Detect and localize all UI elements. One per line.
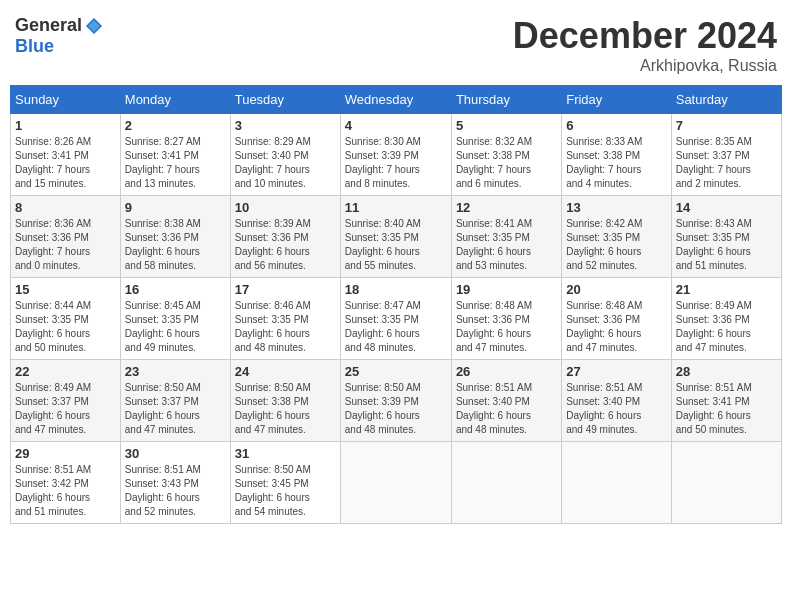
header-monday: Monday — [120, 86, 230, 114]
calendar-cell: 3Sunrise: 8:29 AM Sunset: 3:40 PM Daylig… — [230, 114, 340, 196]
calendar: SundayMondayTuesdayWednesdayThursdayFrid… — [10, 85, 782, 524]
day-number: 26 — [456, 364, 557, 379]
calendar-cell: 22Sunrise: 8:49 AM Sunset: 3:37 PM Dayli… — [11, 360, 121, 442]
day-number: 12 — [456, 200, 557, 215]
calendar-week-row: 8Sunrise: 8:36 AM Sunset: 3:36 PM Daylig… — [11, 196, 782, 278]
day-number: 24 — [235, 364, 336, 379]
day-number: 15 — [15, 282, 116, 297]
day-number: 28 — [676, 364, 777, 379]
calendar-cell: 8Sunrise: 8:36 AM Sunset: 3:36 PM Daylig… — [11, 196, 121, 278]
day-number: 1 — [15, 118, 116, 133]
calendar-cell: 26Sunrise: 8:51 AM Sunset: 3:40 PM Dayli… — [451, 360, 561, 442]
day-number: 2 — [125, 118, 226, 133]
calendar-cell: 4Sunrise: 8:30 AM Sunset: 3:39 PM Daylig… — [340, 114, 451, 196]
calendar-cell: 9Sunrise: 8:38 AM Sunset: 3:36 PM Daylig… — [120, 196, 230, 278]
day-number: 13 — [566, 200, 667, 215]
day-info: Sunrise: 8:38 AM Sunset: 3:36 PM Dayligh… — [125, 217, 226, 273]
day-info: Sunrise: 8:29 AM Sunset: 3:40 PM Dayligh… — [235, 135, 336, 191]
calendar-cell: 11Sunrise: 8:40 AM Sunset: 3:35 PM Dayli… — [340, 196, 451, 278]
day-info: Sunrise: 8:47 AM Sunset: 3:35 PM Dayligh… — [345, 299, 447, 355]
calendar-cell: 13Sunrise: 8:42 AM Sunset: 3:35 PM Dayli… — [562, 196, 672, 278]
day-number: 20 — [566, 282, 667, 297]
day-number: 21 — [676, 282, 777, 297]
calendar-cell: 21Sunrise: 8:49 AM Sunset: 3:36 PM Dayli… — [671, 278, 781, 360]
day-info: Sunrise: 8:50 AM Sunset: 3:45 PM Dayligh… — [235, 463, 336, 519]
calendar-cell: 18Sunrise: 8:47 AM Sunset: 3:35 PM Dayli… — [340, 278, 451, 360]
calendar-cell: 27Sunrise: 8:51 AM Sunset: 3:40 PM Dayli… — [562, 360, 672, 442]
day-info: Sunrise: 8:50 AM Sunset: 3:38 PM Dayligh… — [235, 381, 336, 437]
calendar-header-row: SundayMondayTuesdayWednesdayThursdayFrid… — [11, 86, 782, 114]
day-number: 6 — [566, 118, 667, 133]
title-area: December 2024 Arkhipovka, Russia — [513, 15, 777, 75]
calendar-cell: 7Sunrise: 8:35 AM Sunset: 3:37 PM Daylig… — [671, 114, 781, 196]
day-number: 7 — [676, 118, 777, 133]
calendar-cell: 14Sunrise: 8:43 AM Sunset: 3:35 PM Dayli… — [671, 196, 781, 278]
day-info: Sunrise: 8:41 AM Sunset: 3:35 PM Dayligh… — [456, 217, 557, 273]
calendar-cell: 1Sunrise: 8:26 AM Sunset: 3:41 PM Daylig… — [11, 114, 121, 196]
calendar-week-row: 29Sunrise: 8:51 AM Sunset: 3:42 PM Dayli… — [11, 442, 782, 524]
calendar-cell: 15Sunrise: 8:44 AM Sunset: 3:35 PM Dayli… — [11, 278, 121, 360]
header-tuesday: Tuesday — [230, 86, 340, 114]
calendar-cell: 25Sunrise: 8:50 AM Sunset: 3:39 PM Dayli… — [340, 360, 451, 442]
day-number: 31 — [235, 446, 336, 461]
calendar-cell — [451, 442, 561, 524]
day-info: Sunrise: 8:49 AM Sunset: 3:36 PM Dayligh… — [676, 299, 777, 355]
header-sunday: Sunday — [11, 86, 121, 114]
logo-icon — [84, 16, 104, 36]
logo-general-text: General — [15, 15, 82, 36]
calendar-cell: 17Sunrise: 8:46 AM Sunset: 3:35 PM Dayli… — [230, 278, 340, 360]
calendar-cell: 30Sunrise: 8:51 AM Sunset: 3:43 PM Dayli… — [120, 442, 230, 524]
header-saturday: Saturday — [671, 86, 781, 114]
day-info: Sunrise: 8:49 AM Sunset: 3:37 PM Dayligh… — [15, 381, 116, 437]
calendar-cell — [562, 442, 672, 524]
day-number: 17 — [235, 282, 336, 297]
day-info: Sunrise: 8:51 AM Sunset: 3:40 PM Dayligh… — [566, 381, 667, 437]
day-info: Sunrise: 8:35 AM Sunset: 3:37 PM Dayligh… — [676, 135, 777, 191]
month-title: December 2024 — [513, 15, 777, 57]
calendar-week-row: 1Sunrise: 8:26 AM Sunset: 3:41 PM Daylig… — [11, 114, 782, 196]
day-info: Sunrise: 8:50 AM Sunset: 3:39 PM Dayligh… — [345, 381, 447, 437]
day-number: 14 — [676, 200, 777, 215]
day-info: Sunrise: 8:40 AM Sunset: 3:35 PM Dayligh… — [345, 217, 447, 273]
calendar-cell: 20Sunrise: 8:48 AM Sunset: 3:36 PM Dayli… — [562, 278, 672, 360]
calendar-cell: 31Sunrise: 8:50 AM Sunset: 3:45 PM Dayli… — [230, 442, 340, 524]
calendar-cell: 24Sunrise: 8:50 AM Sunset: 3:38 PM Dayli… — [230, 360, 340, 442]
day-number: 3 — [235, 118, 336, 133]
day-info: Sunrise: 8:26 AM Sunset: 3:41 PM Dayligh… — [15, 135, 116, 191]
day-info: Sunrise: 8:30 AM Sunset: 3:39 PM Dayligh… — [345, 135, 447, 191]
day-info: Sunrise: 8:51 AM Sunset: 3:43 PM Dayligh… — [125, 463, 226, 519]
calendar-cell — [340, 442, 451, 524]
day-number: 29 — [15, 446, 116, 461]
day-info: Sunrise: 8:50 AM Sunset: 3:37 PM Dayligh… — [125, 381, 226, 437]
day-info: Sunrise: 8:44 AM Sunset: 3:35 PM Dayligh… — [15, 299, 116, 355]
calendar-cell: 10Sunrise: 8:39 AM Sunset: 3:36 PM Dayli… — [230, 196, 340, 278]
day-number: 23 — [125, 364, 226, 379]
day-info: Sunrise: 8:36 AM Sunset: 3:36 PM Dayligh… — [15, 217, 116, 273]
calendar-cell: 16Sunrise: 8:45 AM Sunset: 3:35 PM Dayli… — [120, 278, 230, 360]
logo-blue-text: Blue — [15, 36, 54, 57]
day-info: Sunrise: 8:51 AM Sunset: 3:42 PM Dayligh… — [15, 463, 116, 519]
calendar-cell: 12Sunrise: 8:41 AM Sunset: 3:35 PM Dayli… — [451, 196, 561, 278]
calendar-cell: 5Sunrise: 8:32 AM Sunset: 3:38 PM Daylig… — [451, 114, 561, 196]
logo: General Blue — [15, 15, 104, 57]
day-info: Sunrise: 8:42 AM Sunset: 3:35 PM Dayligh… — [566, 217, 667, 273]
calendar-cell: 28Sunrise: 8:51 AM Sunset: 3:41 PM Dayli… — [671, 360, 781, 442]
calendar-cell — [671, 442, 781, 524]
day-info: Sunrise: 8:39 AM Sunset: 3:36 PM Dayligh… — [235, 217, 336, 273]
day-info: Sunrise: 8:43 AM Sunset: 3:35 PM Dayligh… — [676, 217, 777, 273]
calendar-cell: 2Sunrise: 8:27 AM Sunset: 3:41 PM Daylig… — [120, 114, 230, 196]
day-info: Sunrise: 8:48 AM Sunset: 3:36 PM Dayligh… — [456, 299, 557, 355]
svg-marker-1 — [88, 20, 100, 32]
day-number: 16 — [125, 282, 226, 297]
day-info: Sunrise: 8:51 AM Sunset: 3:41 PM Dayligh… — [676, 381, 777, 437]
day-number: 22 — [15, 364, 116, 379]
day-number: 8 — [15, 200, 116, 215]
calendar-cell: 29Sunrise: 8:51 AM Sunset: 3:42 PM Dayli… — [11, 442, 121, 524]
day-number: 27 — [566, 364, 667, 379]
day-number: 30 — [125, 446, 226, 461]
day-number: 9 — [125, 200, 226, 215]
calendar-week-row: 15Sunrise: 8:44 AM Sunset: 3:35 PM Dayli… — [11, 278, 782, 360]
day-info: Sunrise: 8:27 AM Sunset: 3:41 PM Dayligh… — [125, 135, 226, 191]
day-info: Sunrise: 8:45 AM Sunset: 3:35 PM Dayligh… — [125, 299, 226, 355]
day-number: 5 — [456, 118, 557, 133]
